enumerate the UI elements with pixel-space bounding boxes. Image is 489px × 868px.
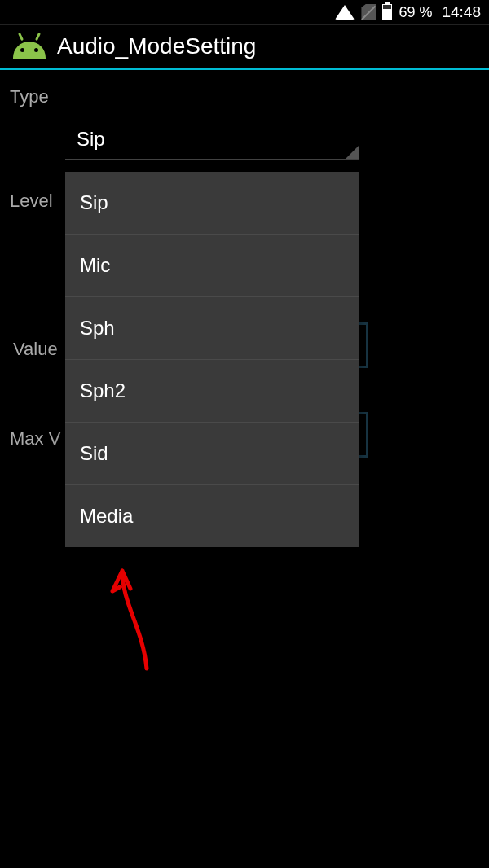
dropdown-item-media[interactable]: Media bbox=[65, 485, 359, 547]
dropdown-item-sid[interactable]: Sid bbox=[65, 423, 359, 485]
page-title: Audio_ModeSetting bbox=[57, 33, 256, 59]
value-input[interactable] bbox=[359, 322, 368, 368]
wifi-icon bbox=[335, 5, 355, 20]
max-value-label: Max V bbox=[10, 428, 60, 449]
dropdown-item-sip[interactable]: Sip bbox=[65, 172, 359, 235]
app-title-bar: Audio_ModeSetting bbox=[0, 25, 489, 68]
dropdown-item-sph2[interactable]: Sph2 bbox=[65, 360, 359, 423]
battery-percentage: 69 % bbox=[399, 4, 432, 21]
type-dropdown-list: Sip Mic Sph Sph2 Sid Media bbox=[65, 172, 359, 547]
content-area: Type Sip Level Value Max V Sip Mic Sph S… bbox=[0, 70, 489, 130]
status-bar: 69 % 14:48 bbox=[0, 0, 489, 24]
value-label: Value bbox=[13, 339, 58, 360]
type-spinner[interactable]: Sip bbox=[65, 119, 359, 160]
type-spinner-value: Sip bbox=[77, 128, 105, 151]
battery-icon bbox=[382, 4, 392, 20]
level-label: Level bbox=[10, 191, 53, 212]
max-value-input[interactable] bbox=[359, 412, 368, 458]
type-label: Type bbox=[10, 86, 479, 107]
dropdown-item-sph[interactable]: Sph bbox=[65, 297, 359, 360]
annotation-arrow-icon bbox=[98, 563, 163, 677]
dropdown-item-mic[interactable]: Mic bbox=[65, 235, 359, 297]
no-sim-icon bbox=[361, 4, 376, 20]
clock-time: 14:48 bbox=[442, 3, 481, 21]
android-icon bbox=[13, 33, 46, 59]
dropdown-triangle-icon bbox=[346, 146, 359, 159]
